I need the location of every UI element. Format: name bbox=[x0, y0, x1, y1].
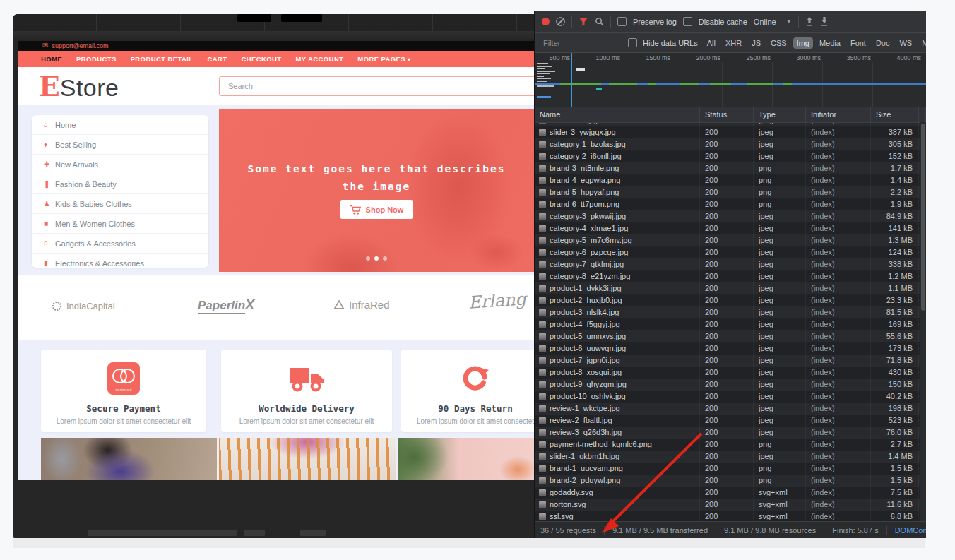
column-header[interactable]: Initiator bbox=[806, 107, 871, 122]
request-initiator-link[interactable]: (index) bbox=[806, 318, 871, 330]
network-row[interactable]: product-2_huxjb0.jpg 200 jpeg (index) 23… bbox=[535, 294, 926, 306]
network-row[interactable]: category-7_qtkfmj.jpg 200 jpeg (index) 3… bbox=[535, 258, 926, 270]
network-row[interactable]: brand-4_eqpwia.png 200 png (index) 1.4 k… bbox=[535, 174, 926, 186]
request-initiator-link[interactable]: (index) bbox=[806, 427, 871, 439]
network-row[interactable]: brand-5_hppyaf.png 200 png (index) 2.2 k… bbox=[535, 186, 926, 198]
sidebar-item[interactable]: Electronics & Accessories bbox=[32, 254, 208, 273]
network-row[interactable]: category-1_bzolas.jpg 200 jpeg (index) 3… bbox=[535, 138, 926, 150]
filter-type-pill[interactable]: CSS bbox=[767, 37, 790, 49]
throttling-dropdown[interactable]: Online ▼ bbox=[754, 18, 792, 26]
request-initiator-link[interactable]: (index) bbox=[806, 451, 871, 463]
request-initiator-link[interactable]: (index) bbox=[806, 270, 871, 282]
nav-item[interactable]: CART bbox=[207, 55, 229, 63]
request-initiator-link[interactable]: (index) bbox=[806, 306, 871, 318]
sidebar-item[interactable]: New Arrivals bbox=[32, 155, 208, 174]
network-row[interactable]: product-3_nlslk4.jpg 200 jpeg (index) 81… bbox=[535, 306, 926, 318]
request-initiator-link[interactable]: (index) bbox=[806, 150, 871, 162]
preserve-log-checkbox[interactable] bbox=[617, 17, 627, 26]
network-row[interactable]: brand-2_pduywf.png 200 png (index) 1.5 k… bbox=[535, 475, 926, 487]
network-row[interactable]: brand-6_tt7pom.png 200 png (index) 1.9 k… bbox=[535, 198, 926, 210]
network-row[interactable]: slider-3_ywjgqx.jpg 200 jpeg (index) 387… bbox=[535, 126, 926, 138]
request-initiator-link[interactable]: (index) bbox=[806, 282, 871, 294]
column-header[interactable]: Size bbox=[871, 107, 919, 122]
column-header[interactable]: Time bbox=[919, 107, 926, 122]
nav-item[interactable]: CHECKOUT bbox=[241, 55, 283, 63]
request-initiator-link[interactable]: (index) bbox=[806, 330, 871, 342]
network-row[interactable]: category-8_e21yzm.jpg 200 jpeg (index) 1… bbox=[535, 270, 926, 282]
shop-now-button[interactable]: Shop Now bbox=[340, 200, 413, 219]
request-initiator-link[interactable]: (index) bbox=[806, 475, 871, 487]
search-icon[interactable] bbox=[595, 17, 604, 26]
network-row[interactable]: review-3_q26d3h.jpg 200 jpeg (index) 76.… bbox=[535, 427, 926, 439]
network-row[interactable]: category-2_i6onll.jpg 200 jpeg (index) 1… bbox=[535, 150, 926, 162]
browser-tab[interactable] bbox=[281, 14, 322, 22]
network-row[interactable]: product-6_uuwvqn.jpg 200 jpeg (index) 17… bbox=[535, 342, 926, 355]
request-initiator-link[interactable]: (index) bbox=[806, 222, 871, 234]
filter-type-pill[interactable]: JS bbox=[748, 37, 764, 49]
request-initiator-link[interactable]: (index) bbox=[806, 294, 871, 306]
request-initiator-link[interactable]: (index) bbox=[806, 258, 871, 270]
network-row[interactable]: brand-3_nt8mle.png 200 png (index) 1.7 k… bbox=[535, 162, 926, 174]
request-initiator-link[interactable]: (index) bbox=[806, 162, 871, 174]
sidebar-item[interactable]: Kids & Babies Clothes bbox=[32, 194, 208, 214]
request-initiator-link[interactable]: (index) bbox=[806, 342, 871, 355]
scrollbar-thumb[interactable] bbox=[921, 124, 925, 311]
request-initiator-link[interactable]: (index) bbox=[806, 126, 871, 138]
column-header[interactable]: Status bbox=[700, 107, 754, 122]
filter-type-pill[interactable]: All bbox=[704, 37, 719, 49]
filter-type-pill[interactable]: WS bbox=[896, 37, 915, 49]
record-button[interactable] bbox=[542, 18, 550, 25]
request-initiator-link[interactable]: (index) bbox=[806, 367, 871, 379]
filter-type-pill[interactable]: Media bbox=[816, 37, 844, 49]
network-overview-timeline[interactable]: 500 ms 1000 ms 1500 ms 2000 ms 2500 ms 3… bbox=[535, 53, 926, 108]
clear-icon[interactable] bbox=[556, 17, 565, 26]
nav-item[interactable]: MY ACCOUNT bbox=[295, 55, 345, 63]
network-row[interactable]: product-4_f5ggyj.jpg 200 jpeg (index) 16… bbox=[535, 318, 926, 330]
network-row[interactable]: category-5_m7c6mv.jpg 200 jpeg (index) 1… bbox=[535, 234, 926, 246]
network-row[interactable]: payment-method_kgmlc6.png 200 png (index… bbox=[535, 439, 926, 451]
support-email-link[interactable]: support@email.com bbox=[52, 42, 108, 49]
import-har-icon[interactable] bbox=[805, 17, 814, 26]
sidebar-item[interactable]: Men & Women Clothes bbox=[32, 214, 208, 234]
request-initiator-link[interactable]: (index) bbox=[806, 355, 871, 367]
request-initiator-link[interactable]: (index) bbox=[806, 391, 871, 403]
request-initiator-link[interactable]: (index) bbox=[806, 499, 871, 511]
network-row[interactable]: product-5_umnxvs.jpg 200 jpeg (index) 55… bbox=[535, 330, 926, 342]
sidebar-item[interactable]: Fashion & Beauty bbox=[32, 174, 208, 194]
hide-data-urls-checkbox[interactable] bbox=[628, 38, 637, 47]
request-initiator-link[interactable]: (index) bbox=[806, 198, 871, 210]
scrollbar[interactable] bbox=[920, 122, 926, 532]
browser-tab[interactable] bbox=[237, 14, 271, 22]
network-row[interactable]: category-3_pkwwij.jpg 200 jpeg (index) 8… bbox=[535, 210, 926, 222]
disable-cache-checkbox[interactable] bbox=[683, 17, 692, 26]
nav-item[interactable]: HOME bbox=[41, 55, 64, 63]
network-row[interactable]: review-2_fbaltl.jpg 200 jpeg (index) 523… bbox=[535, 415, 926, 427]
store-logo[interactable]: EStore bbox=[39, 69, 119, 103]
request-initiator-link[interactable]: (index) bbox=[806, 415, 871, 427]
network-row[interactable]: brand-1_uucvam.png 200 png (index) 1.5 k… bbox=[535, 463, 926, 475]
network-row[interactable]: norton.svg 200 svg+xml (index) 11.6 kB bbox=[535, 499, 926, 511]
slider-dot[interactable] bbox=[374, 256, 379, 261]
request-initiator-link[interactable]: (index) bbox=[806, 439, 871, 451]
filter-funnel-icon[interactable] bbox=[579, 17, 588, 26]
filter-type-pill[interactable]: Doc bbox=[872, 37, 894, 49]
request-initiator-link[interactable]: (index) bbox=[806, 487, 871, 499]
sidebar-item[interactable]: Best Selling bbox=[32, 135, 208, 155]
request-initiator-link[interactable]: (index) bbox=[806, 210, 871, 222]
request-initiator-link[interactable]: (index) bbox=[806, 138, 871, 150]
network-row[interactable]: product-9_qhyzqm.jpg 200 jpeg (index) 15… bbox=[535, 379, 926, 391]
filter-input[interactable] bbox=[542, 38, 622, 48]
slider-dot[interactable] bbox=[366, 256, 370, 261]
request-initiator-link[interactable]: (index) bbox=[806, 379, 871, 391]
request-initiator-link[interactable]: (index) bbox=[806, 246, 871, 258]
export-har-icon[interactable] bbox=[820, 17, 829, 26]
network-row[interactable]: product-7_jgpn0i.jpg 200 jpeg (index) 71… bbox=[535, 355, 926, 367]
search-input[interactable] bbox=[219, 76, 534, 96]
request-initiator-link[interactable]: (index) bbox=[806, 174, 871, 186]
column-header[interactable]: Name bbox=[535, 107, 700, 122]
column-header[interactable]: Type bbox=[754, 107, 806, 122]
network-row[interactable]: category-6_pzpcqe.jpg 200 jpeg (index) 1… bbox=[535, 246, 926, 258]
network-row[interactable]: product-1_dvkk3i.jpg 200 jpeg (index) 1.… bbox=[535, 282, 926, 294]
nav-item[interactable]: MORE PAGES▾ bbox=[357, 55, 410, 63]
sidebar-item[interactable]: Home bbox=[32, 115, 208, 135]
